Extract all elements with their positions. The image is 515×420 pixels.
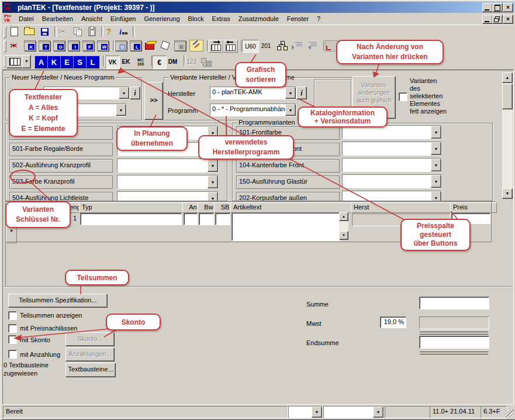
variant-value-combo[interactable]: ▼: [342, 191, 442, 201]
chevron-down-icon[interactable]: ▼: [208, 192, 218, 201]
box-3d-icon[interactable]: [145, 40, 157, 50]
textbausteine-button[interactable]: Textbausteine...: [65, 363, 116, 377]
menu-extras[interactable]: Extras: [208, 13, 234, 24]
chevron-down-icon[interactable]: ▼: [431, 191, 441, 201]
mdi-child-icon[interactable]: Pt+ VB: [4, 14, 15, 23]
chevron-down-icon[interactable]: ▼: [119, 87, 129, 99]
mc100-button[interactable]: MC100: [133, 56, 148, 68]
sb-field[interactable]: [215, 213, 230, 225]
verplanter-hersteller-combo[interactable]: 0 - planTEK-AMK▼: [210, 87, 296, 99]
minimize-button[interactable]: [482, 3, 493, 12]
block-w-icon[interactable]: W: [97, 40, 109, 51]
variant-value-combo[interactable]: ▼: [342, 174, 442, 188]
teilsummen-anzeigen-checkbox[interactable]: [8, 311, 17, 320]
block-t-icon[interactable]: T: [39, 40, 50, 51]
filter-l-button[interactable]: L: [86, 56, 99, 68]
artikeltext-field[interactable]: [231, 212, 340, 241]
mwst-percent-field[interactable]: 19,0 %: [380, 316, 406, 328]
insert-column-right-icon[interactable]: [209, 40, 223, 53]
fett-anzeigen-checkbox[interactable]: [399, 92, 407, 101]
chevron-down-icon[interactable]: ▼: [312, 407, 322, 418]
verplantes-programm-combo[interactable]: 0 - * - Programmunabhäng▼: [210, 104, 296, 116]
variant-value-combo[interactable]: ▼: [117, 191, 219, 201]
block-b-icon[interactable]: B: [174, 40, 186, 51]
u60-toggle-button[interactable]: U60: [242, 40, 259, 53]
block-g-icon[interactable]: G: [53, 40, 65, 51]
paste-icon[interactable]: [85, 26, 98, 37]
mdi-minimize-button[interactable]: [482, 15, 493, 24]
filter-elemente-button[interactable]: E: [60, 56, 74, 68]
shape-outline-icon[interactable]: [160, 40, 170, 50]
chevron-down-icon[interactable]: ▼: [431, 175, 441, 188]
filter-alles-button[interactable]: A: [34, 56, 48, 68]
dm-button[interactable]: DM: [166, 56, 179, 68]
menu-help[interactable]: ?: [313, 13, 324, 24]
skonto-button[interactable]: Skonto...: [65, 332, 115, 346]
chevron-down-icon[interactable]: ▼: [285, 104, 296, 116]
anzahlungen-button[interactable]: Anzahlungen...: [65, 347, 115, 362]
variant-value-combo[interactable]: ▼: [342, 142, 442, 156]
info-search-icon[interactable]: i: [117, 26, 130, 37]
variant-value-combo[interactable]: ▼: [117, 175, 219, 189]
status-combo-2[interactable]: ▼: [323, 406, 384, 418]
anzahlung-checkbox[interactable]: [8, 350, 17, 359]
menu-fenster[interactable]: Fenster: [283, 13, 313, 24]
block-d-icon[interactable]: D: [115, 40, 127, 51]
save-icon[interactable]: [38, 26, 51, 37]
block-k-icon[interactable]: K: [24, 40, 36, 51]
view-selector-dropdown[interactable]: ▼: [22, 55, 31, 68]
variant-value-combo[interactable]: ▼: [342, 158, 442, 172]
menu-bearbeiten[interactable]: Bearbeiten: [38, 13, 77, 24]
help-icon[interactable]: ?: [102, 26, 115, 37]
scrollbar-thumb[interactable]: [502, 84, 513, 109]
mdi-close-button[interactable]: ×: [503, 15, 513, 24]
new-row-marker[interactable]: *: [6, 226, 17, 243]
close-button[interactable]: ×: [503, 3, 513, 12]
maximize-button[interactable]: [492, 3, 503, 12]
vk-toggle-button[interactable]: VK: [105, 56, 120, 69]
an-field[interactable]: [184, 213, 198, 225]
chevron-down-icon[interactable]: ▼: [431, 126, 441, 139]
filter-s-button[interactable]: S: [73, 56, 87, 68]
summe-field[interactable]: [419, 297, 489, 309]
view-selector-button[interactable]: [6, 55, 23, 68]
chevron-down-icon[interactable]: ▼: [208, 175, 218, 188]
chevron-down-icon[interactable]: ▼: [116, 104, 126, 116]
endsumme-field[interactable]: [419, 336, 489, 349]
block-l-icon[interactable]: L: [130, 40, 141, 51]
status-combo-1[interactable]: ▼: [288, 406, 323, 418]
scroll-up-icon[interactable]: ▲: [502, 73, 513, 83]
ek-button[interactable]: EK: [119, 56, 133, 68]
resize-grip[interactable]: [506, 409, 513, 417]
katalog-info-button-left[interactable]: i: [130, 87, 140, 99]
graphic-sort-icon[interactable]: [276, 40, 289, 51]
app-icon[interactable]: Pt+ VB: [4, 2, 15, 12]
generate-icon[interactable]: [189, 40, 203, 51]
bw-field[interactable]: [199, 213, 214, 225]
open-file-icon[interactable]: [23, 26, 36, 37]
delete-block-icon[interactable]: ✂✕: [6, 40, 22, 51]
block-i-icon[interactable]: I: [68, 40, 80, 51]
menu-block[interactable]: Block: [184, 13, 208, 24]
insert-column-left-icon[interactable]: [223, 40, 238, 53]
chevron-down-icon[interactable]: ▼: [431, 159, 441, 171]
transfer-to-planning-button[interactable]: >>: [144, 82, 163, 120]
201-button[interactable]: 201: [259, 40, 273, 51]
menu-einfuegen[interactable]: Einfügen: [106, 13, 140, 24]
chevron-down-icon[interactable]: ▼: [431, 142, 441, 155]
menu-generierung[interactable]: Generierung: [140, 13, 184, 24]
skonto-checkbox[interactable]: [8, 335, 17, 344]
new-file-icon[interactable]: [8, 26, 20, 37]
typ-field[interactable]: [80, 213, 182, 225]
variant-value-combo[interactable]: ▼: [117, 159, 219, 173]
cut-icon[interactable]: ✂: [56, 26, 69, 37]
scroll-up-icon[interactable]: ▲: [339, 212, 348, 221]
chevron-down-icon[interactable]: ▼: [208, 159, 218, 172]
menu-ansicht[interactable]: Ansicht: [77, 13, 106, 24]
artikeltext-scrollbar[interactable]: ▲ ▼: [339, 212, 348, 240]
toolbar-grip[interactable]: [4, 26, 6, 38]
copy-icon[interactable]: [71, 26, 84, 37]
mdi-restore-button[interactable]: [492, 15, 503, 24]
indent-decrease-icon[interactable]: [306, 40, 319, 51]
scroll-down-icon[interactable]: ▼: [339, 231, 348, 240]
